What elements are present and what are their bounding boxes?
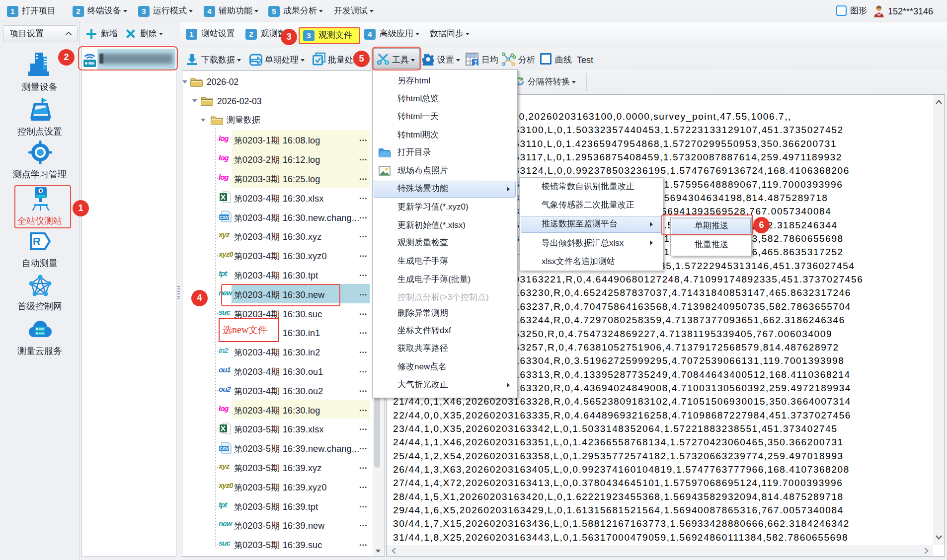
svg-text:R: R bbox=[33, 235, 41, 248]
svg-text:CSV: CSV bbox=[220, 446, 229, 451]
svg-text:CSV: CSV bbox=[220, 215, 229, 220]
